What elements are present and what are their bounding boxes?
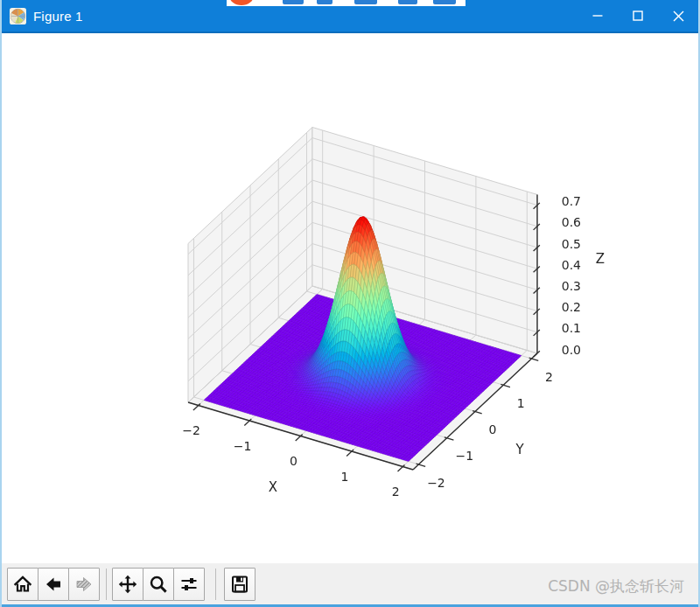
nav-tools-group — [112, 568, 205, 601]
minimize-button[interactable] — [578, 0, 618, 31]
figure-area — [2, 33, 698, 563]
banner-glyph — [283, 0, 304, 4]
banner-glyph — [433, 0, 456, 4]
banner-logo-blob — [229, 0, 254, 5]
minimize-icon — [592, 10, 603, 21]
close-button[interactable] — [658, 0, 698, 31]
nav-history-group — [7, 568, 100, 601]
save-icon — [230, 575, 249, 594]
save-group — [224, 568, 256, 601]
zoom-button[interactable] — [143, 568, 174, 601]
matplotlib-icon — [10, 8, 26, 24]
sliders-icon — [179, 575, 199, 594]
arrow-right-icon — [74, 575, 94, 594]
maximize-icon — [633, 10, 643, 21]
close-icon — [673, 10, 684, 22]
csdn-watermark: CSDN @执念斩长河 — [548, 576, 684, 597]
window-title: Figure 1 — [33, 9, 83, 24]
home-icon — [13, 575, 32, 594]
save-button[interactable] — [224, 568, 256, 601]
toolbar-separator — [215, 569, 216, 600]
figure-window: Figure 1 — [0, 0, 700, 607]
back-button[interactable] — [38, 568, 69, 601]
pan-button[interactable] — [112, 568, 144, 601]
toolbar-separator — [106, 569, 107, 600]
forward-button[interactable] — [68, 568, 100, 601]
home-button[interactable] — [7, 568, 38, 601]
banner-glyph — [398, 0, 417, 4]
figure-canvas[interactable] — [2, 33, 698, 563]
maximize-button[interactable] — [618, 0, 658, 31]
move-icon — [118, 575, 137, 594]
banner-glyph — [317, 0, 332, 4]
subplots-button[interactable] — [173, 568, 205, 601]
magnifier-icon — [149, 575, 168, 594]
arrow-left-icon — [44, 575, 63, 594]
overlay-banner — [227, 0, 466, 6]
banner-glyph — [354, 0, 377, 4]
